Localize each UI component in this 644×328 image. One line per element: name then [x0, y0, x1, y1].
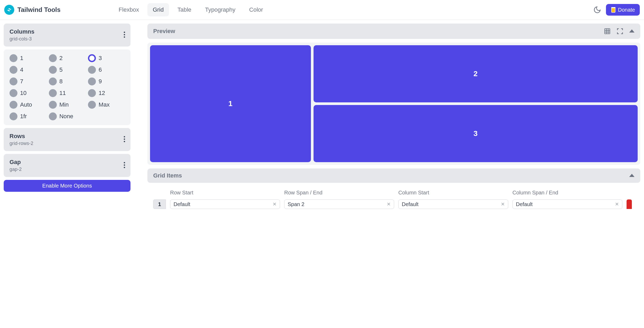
- gap-title: Gap: [10, 159, 125, 166]
- radio-icon: [49, 101, 57, 109]
- rows-title: Rows: [10, 133, 125, 140]
- clear-icon[interactable]: ✕: [501, 201, 505, 207]
- grid-items-header: Grid Items: [147, 168, 640, 183]
- col-option-1[interactable]: 1: [10, 54, 46, 62]
- rows-menu-icon[interactable]: [124, 136, 125, 143]
- nav-typography[interactable]: Typography: [200, 3, 241, 16]
- radio-icon: [88, 66, 96, 74]
- svg-point-10: [124, 167, 125, 168]
- svg-point-5: [124, 136, 125, 137]
- nav-flexbox[interactable]: Flexbox: [113, 3, 144, 16]
- col-option-3[interactable]: 3: [88, 54, 125, 62]
- nav-grid[interactable]: Grid: [147, 3, 169, 16]
- th-col-span: Column Span / End: [512, 190, 622, 196]
- grid-view-icon[interactable]: [604, 28, 611, 35]
- columns-menu-icon[interactable]: [124, 31, 125, 39]
- columns-title: Columns: [10, 28, 125, 35]
- radio-icon: [10, 101, 17, 109]
- nav-color[interactable]: Color: [244, 3, 268, 16]
- radio-icon: [49, 112, 57, 120]
- row-number[interactable]: 1: [153, 199, 166, 209]
- radio-icon: [10, 54, 17, 62]
- col-start-select[interactable]: Default✕: [398, 199, 508, 209]
- radio-icon: [10, 66, 17, 74]
- th-row-start: Row Start: [170, 190, 280, 196]
- preview-cell-1[interactable]: 1: [150, 45, 311, 162]
- col-option-none[interactable]: None: [49, 112, 86, 120]
- row-start-select[interactable]: Default✕: [170, 199, 280, 209]
- col-option-7[interactable]: 7: [10, 78, 46, 85]
- logo-icon: [4, 5, 14, 15]
- gap-panel-header[interactable]: Gap gap-2: [4, 154, 130, 177]
- clear-icon[interactable]: ✕: [387, 201, 391, 207]
- col-option-min[interactable]: Min: [49, 101, 86, 109]
- svg-point-8: [124, 162, 125, 163]
- delete-row-button[interactable]: [627, 199, 632, 209]
- svg-point-7: [124, 141, 125, 142]
- columns-subtitle: grid-cols-3: [10, 36, 125, 42]
- clear-icon[interactable]: ✕: [273, 201, 277, 207]
- radio-icon: [49, 78, 57, 85]
- main-nav: Flexbox Grid Table Typography Color: [113, 3, 268, 16]
- content-area: Preview 1 2 3 Grid Items Row Start: [147, 24, 640, 209]
- col-option-1fr[interactable]: 1fr: [10, 112, 46, 120]
- svg-point-9: [124, 164, 125, 166]
- cup-icon: [611, 7, 616, 13]
- collapse-icon[interactable]: [629, 174, 634, 177]
- svg-point-3: [124, 34, 125, 35]
- col-option-auto[interactable]: Auto: [10, 101, 46, 109]
- clear-icon[interactable]: ✕: [615, 201, 619, 207]
- brand-text: Tailwind Tools: [17, 6, 60, 13]
- th-col-start: Column Start: [398, 190, 508, 196]
- col-option-8[interactable]: 8: [49, 78, 86, 85]
- svg-point-2: [124, 31, 125, 33]
- svg-rect-1: [611, 7, 615, 8]
- radio-icon: [49, 54, 57, 62]
- radio-icon: [88, 101, 96, 109]
- radio-icon: [88, 89, 96, 97]
- svg-rect-0: [612, 8, 615, 12]
- col-option-9[interactable]: 9: [88, 78, 125, 85]
- rows-subtitle: grid-rows-2: [10, 141, 125, 146]
- col-span-select[interactable]: Default✕: [512, 199, 622, 209]
- th-row-span: Row Span / End: [284, 190, 394, 196]
- columns-panel-header: Columns grid-cols-3: [4, 24, 130, 47]
- grid-items-title: Grid Items: [153, 172, 182, 179]
- radio-icon: [10, 78, 17, 85]
- main-content: Columns grid-cols-3 1 2 3 4 5 6 7 8 9 10…: [0, 20, 644, 213]
- gap-menu-icon[interactable]: [124, 162, 125, 169]
- brand[interactable]: Tailwind Tools: [4, 5, 60, 15]
- col-option-12[interactable]: 12: [88, 89, 125, 97]
- col-option-11[interactable]: 11: [49, 89, 86, 97]
- radio-icon: [88, 54, 96, 62]
- preview-cell-3[interactable]: 3: [314, 105, 638, 162]
- preview-cell-2[interactable]: 2: [314, 45, 638, 102]
- preview-actions: [604, 28, 634, 35]
- sidebar: Columns grid-cols-3 1 2 3 4 5 6 7 8 9 10…: [4, 24, 130, 209]
- col-option-2[interactable]: 2: [49, 54, 86, 62]
- col-option-5[interactable]: 5: [49, 66, 86, 74]
- header-actions: Donate: [593, 4, 640, 16]
- row-span-select[interactable]: Span 2✕: [284, 199, 394, 209]
- col-option-4[interactable]: 4: [10, 66, 46, 74]
- nav-table[interactable]: Table: [172, 3, 197, 16]
- radio-icon: [10, 112, 17, 120]
- radio-icon: [10, 89, 17, 97]
- col-option-6[interactable]: 6: [88, 66, 125, 74]
- radio-icon: [49, 66, 57, 74]
- columns-options: 1 2 3 4 5 6 7 8 9 10 11 12 Auto Min Max …: [4, 49, 130, 125]
- rows-panel-header[interactable]: Rows grid-rows-2: [4, 128, 130, 151]
- gap-subtitle: gap-2: [10, 167, 125, 172]
- radio-icon: [49, 89, 57, 97]
- donate-button[interactable]: Donate: [606, 4, 640, 16]
- enable-more-options-button[interactable]: Enable More Options: [4, 180, 130, 192]
- table-headers: Row Start Row Span / End Column Start Co…: [153, 190, 634, 196]
- collapse-icon[interactable]: [629, 29, 634, 33]
- col-option-max[interactable]: Max: [88, 101, 125, 109]
- fullscreen-icon[interactable]: [617, 28, 623, 35]
- col-option-10[interactable]: 10: [10, 89, 46, 97]
- grid-items-table: Row Start Row Span / End Column Start Co…: [147, 186, 640, 209]
- dark-mode-icon[interactable]: [593, 6, 601, 14]
- preview-title: Preview: [153, 28, 175, 35]
- radio-icon: [88, 78, 96, 85]
